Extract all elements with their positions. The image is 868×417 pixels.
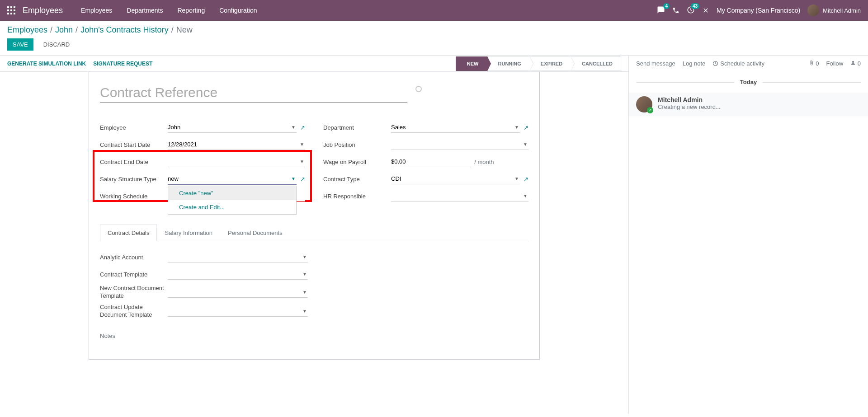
external-link-icon[interactable]: ↗ — [524, 124, 528, 131]
user-menu[interactable]: Mitchell Admin — [807, 5, 861, 16]
svg-rect-4 — [10, 9, 12, 11]
external-link-icon[interactable]: ↗ — [300, 176, 305, 183]
external-link-icon[interactable]: ↗ — [300, 124, 305, 131]
form-sheet: Employee ▼ ↗ Contract Start Date ▼ — [89, 72, 540, 360]
contract-type-input[interactable] — [391, 173, 520, 184]
chatter-right: 0 Follow 0 — [809, 60, 861, 67]
messages-icon[interactable]: 4 — [657, 6, 665, 15]
contract-update-doc-input[interactable] — [168, 306, 308, 317]
contract-start-input[interactable] — [168, 139, 305, 150]
status-running[interactable]: RUNNING — [487, 56, 530, 71]
breadcrumb: Employees/ John/ John's Contracts Histor… — [7, 25, 861, 35]
chatter-divider: Today — [636, 79, 861, 85]
svg-rect-8 — [14, 13, 15, 14]
chatter: Send message Log note Schedule activity … — [628, 56, 868, 414]
status-new[interactable]: NEW — [456, 56, 487, 71]
chatter-actions: Send message Log note Schedule activity — [636, 60, 764, 67]
nav-menu-departments[interactable]: Departments — [119, 1, 170, 20]
tab-bar: Contract Details Salary Information Pers… — [100, 225, 528, 241]
label-contract-update-doc: Contract Update Document Template — [100, 304, 168, 319]
control-panel: Employees/ John/ John's Contracts Histor… — [0, 21, 868, 56]
schedule-activity-button[interactable]: Schedule activity — [712, 60, 764, 67]
company-selector[interactable]: My Company (San Francisco) — [717, 7, 800, 14]
activity-badge: 43 — [691, 3, 699, 9]
label-contract-template: Contract Template — [100, 271, 168, 278]
wage-input[interactable] — [391, 156, 472, 167]
chatter-today-label: Today — [735, 79, 762, 85]
action-buttons: SAVE DISCARD — [7, 38, 861, 51]
dropdown-create-edit[interactable]: Create and Edit... — [168, 200, 296, 214]
breadcrumb-current: New — [176, 25, 193, 35]
top-navigation: Employees Employees Departments Reportin… — [0, 0, 868, 21]
new-contract-doc-input[interactable] — [168, 287, 308, 298]
form-grid: Employee ▼ ↗ Contract Start Date ▼ — [100, 121, 528, 206]
chatter-header: Send message Log note Schedule activity … — [629, 56, 868, 71]
tab-salary-information[interactable]: Salary Information — [157, 225, 220, 241]
send-message-button[interactable]: Send message — [636, 60, 675, 67]
label-job-position: Job Position — [323, 141, 391, 148]
svg-rect-7 — [10, 13, 12, 14]
label-contract-start: Contract Start Date — [100, 141, 168, 148]
department-input[interactable] — [391, 122, 520, 133]
activity-icon[interactable]: 43 — [687, 6, 695, 15]
log-note-button[interactable]: Log note — [683, 60, 706, 67]
external-link-icon[interactable]: ↗ — [524, 176, 528, 183]
app-title[interactable]: Employees — [23, 6, 63, 15]
label-working-schedule: Working Schedule — [100, 193, 168, 200]
svg-rect-6 — [7, 13, 9, 14]
attachments-count[interactable]: 0 — [809, 60, 819, 67]
statusbar: GENERATE SIMULATION LINK SIGNATURE REQUE… — [0, 56, 628, 72]
nav-menu: Employees Departments Reporting Configur… — [74, 1, 264, 20]
form-area: GENERATE SIMULATION LINK SIGNATURE REQUE… — [0, 56, 628, 414]
clock-icon — [712, 61, 718, 66]
kanban-state-dot[interactable] — [415, 86, 422, 92]
tab-contract-details[interactable]: Contract Details — [100, 225, 157, 241]
hr-responsible-input[interactable] — [391, 191, 528, 201]
svg-rect-3 — [7, 9, 9, 11]
status-cancelled[interactable]: CANCELLED — [571, 56, 621, 71]
signature-request-button[interactable]: SIGNATURE REQUEST — [93, 61, 152, 67]
message-text: Creating a new record... — [658, 103, 861, 110]
form-col-left: Employee ▼ ↗ Contract Start Date ▼ — [100, 121, 305, 206]
nav-menu-employees[interactable]: Employees — [74, 1, 119, 20]
breadcrumb-john[interactable]: John — [55, 25, 73, 35]
label-wage: Wage on Payroll — [323, 159, 391, 165]
analytic-account-input[interactable] — [168, 252, 308, 262]
tab-container: Contract Details Salary Information Pers… — [100, 225, 528, 348]
nav-menu-configuration[interactable]: Configuration — [212, 1, 264, 20]
nav-menu-reporting[interactable]: Reporting — [170, 1, 212, 20]
contract-reference-input[interactable] — [100, 83, 407, 103]
message-author: Mitchell Admin — [658, 96, 861, 103]
discard-button[interactable]: DISCARD — [38, 38, 75, 51]
wage-suffix: / month — [474, 159, 494, 165]
employee-input[interactable] — [168, 122, 297, 133]
contract-end-input[interactable] — [168, 156, 305, 167]
generate-simulation-link-button[interactable]: GENERATE SIMULATION LINK — [7, 61, 86, 67]
phone-icon[interactable] — [672, 7, 679, 14]
chatter-message: Mitchell Admin Creating a new record... — [629, 93, 868, 116]
label-notes: Notes — [100, 333, 308, 339]
contract-template-input[interactable] — [168, 269, 308, 280]
svg-rect-1 — [10, 6, 12, 8]
label-hr-responsible: HR Responsible — [323, 193, 391, 200]
dropdown-create-new[interactable]: Create "new" — [168, 186, 296, 200]
messages-badge: 4 — [663, 3, 670, 9]
form-col-right: Department ▼ ↗ Job Position ▼ — [323, 121, 528, 206]
debug-icon[interactable] — [702, 7, 709, 14]
topnav-right: 4 43 My Company (San Francisco) Mitchell… — [657, 5, 861, 16]
breadcrumb-contracts-history[interactable]: John's Contracts History — [80, 25, 169, 35]
label-contract-type: Contract Type — [323, 176, 391, 183]
apps-icon[interactable] — [7, 6, 15, 14]
salary-structure-input[interactable] — [168, 173, 297, 185]
breadcrumb-employees[interactable]: Employees — [7, 25, 47, 35]
followers-count[interactable]: 0 — [850, 60, 861, 67]
tab-personal-documents[interactable]: Personal Documents — [220, 225, 290, 241]
status-expired[interactable]: EXPIRED — [530, 56, 571, 71]
salary-structure-dropdown: Create "new" Create and Edit... — [168, 186, 297, 215]
user-name: Mitchell Admin — [823, 7, 861, 14]
save-button[interactable]: SAVE — [7, 38, 33, 51]
svg-rect-2 — [14, 6, 15, 8]
label-department: Department — [323, 124, 391, 131]
follow-button[interactable]: Follow — [826, 60, 844, 67]
job-position-input[interactable] — [391, 139, 528, 150]
